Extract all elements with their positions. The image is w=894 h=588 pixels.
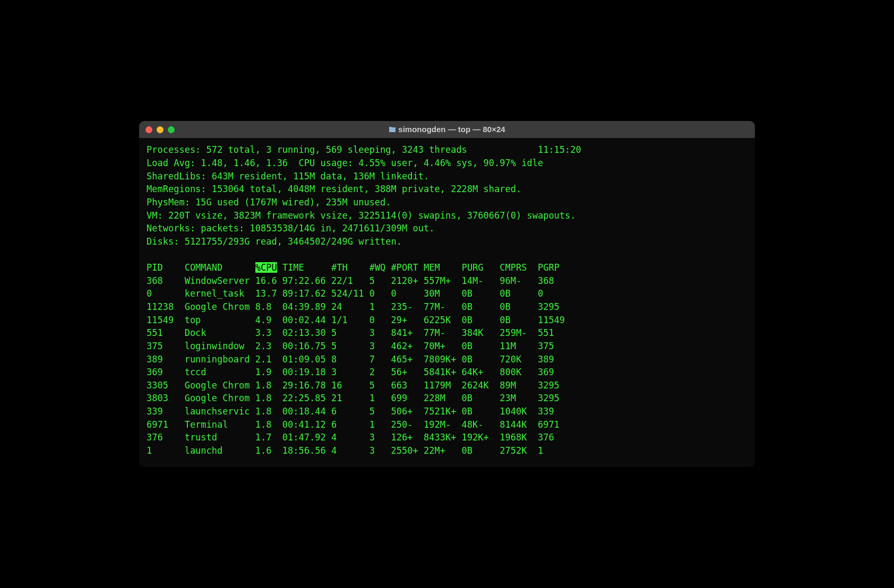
folder-icon [389,125,396,134]
zoom-icon[interactable] [168,126,175,133]
terminal-content[interactable]: Processes: 572 total, 3 running, 569 sle… [139,138,755,466]
window-title: simonogden — top — 80×24 [139,125,755,134]
window-title-text: simonogden — top — 80×24 [398,125,505,134]
close-icon[interactable] [145,126,152,133]
terminal-window: simonogden — top — 80×24 Processes: 572 … [139,121,755,466]
sort-column-cpu: %CPU [255,262,277,273]
minimize-icon[interactable] [157,126,164,133]
window-titlebar[interactable]: simonogden — top — 80×24 [139,121,755,138]
traffic-lights [145,126,175,133]
